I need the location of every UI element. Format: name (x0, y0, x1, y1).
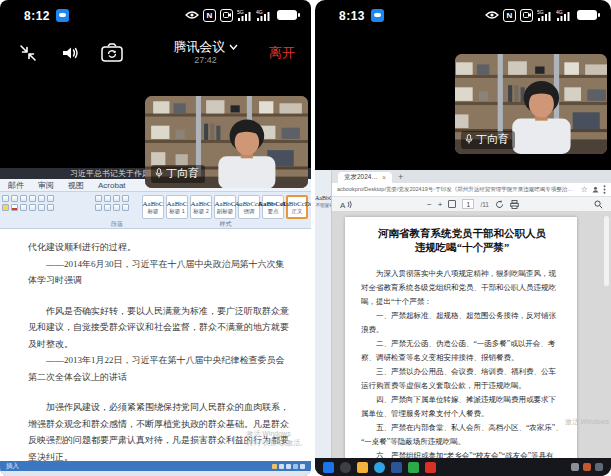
style-emphasis[interactable]: AaBbCcD强调 (238, 195, 260, 219)
pdf-paragraph: 五、严禁在内部食堂、私人会所、高档小区、“农家乐”、“一桌餐”等隐蔽场所违规吃喝… (361, 421, 563, 449)
signal-5g-icon: 5G (537, 9, 552, 22)
pdf-paragraph: 三、严禁以办公用品、会议费、培训费、福利费、公车运行购置费等虚假名义套取公款，用… (361, 365, 563, 393)
style-subtitle[interactable]: AaBbC副标题 (214, 195, 236, 219)
read-aloud-icon[interactable]: A (340, 200, 352, 209)
numbering-icon[interactable] (104, 195, 111, 202)
tab-review[interactable]: 审阅 (38, 180, 54, 191)
close-tab-icon[interactable]: × (382, 174, 386, 181)
pdf-page-controls: − + 1 /11 (352, 199, 594, 209)
svg-text:5G: 5G (237, 9, 244, 15)
left-status-bar: 8:12 N 5G 4G (0, 0, 311, 30)
browser-tab-active[interactable]: 党发2024… × (338, 172, 392, 183)
tab-mailings[interactable]: 邮件 (8, 180, 24, 191)
enclose-char-icon[interactable] (29, 204, 36, 211)
minimize-meeting-icon[interactable] (16, 41, 40, 65)
char-border-icon[interactable] (38, 195, 45, 202)
word-document-page[interactable]: 代化建设顺利进行的过程。 ——2014年6月30日，习近平在十八届中央政治局第十… (0, 229, 311, 461)
system-tray (571, 463, 603, 471)
style-heading2[interactable]: AaBbC标题 2 (190, 195, 212, 219)
battery-icon (277, 10, 297, 20)
shared-screen-word: 习近平总书记关于作风建设的重要论述 邮件 审阅 视图 Acrobat (0, 168, 311, 476)
shrink-font-icon[interactable] (11, 195, 18, 202)
bullets-icon[interactable] (95, 195, 102, 202)
view-zoom-controls[interactable] (272, 464, 305, 469)
style-heading[interactable]: AaBbC标题 (142, 195, 164, 219)
pdf-paragraph: 四、严禁向下属单位转嫁、摊派违规吃喝费用或要求下属单位、管理服务对象支付个人餐费… (361, 393, 563, 421)
menu-dots-icon[interactable] (603, 185, 606, 194)
taskbar-search-icon[interactable] (340, 462, 351, 473)
print-icon[interactable] (510, 200, 519, 209)
tray-icon[interactable] (583, 463, 591, 471)
zoom-out-button[interactable]: − (427, 200, 432, 209)
leave-meeting-button[interactable]: 离开 (269, 44, 295, 62)
word-app-icon[interactable] (391, 462, 402, 473)
screen-record-icon (520, 9, 533, 22)
address-url[interactable]: acbookpro/Desktop/党委/党发202419号-于印发《郑州升达经… (337, 186, 577, 193)
indent-icon[interactable] (113, 195, 120, 202)
pdf-toolbar: A − + 1 /11 (332, 197, 611, 212)
status-icons: N 5G 4G (485, 9, 597, 22)
switch-camera-icon[interactable] (100, 41, 124, 65)
superscript-icon[interactable] (38, 204, 45, 211)
speaker-icon[interactable] (58, 41, 82, 65)
mic-icon (155, 168, 163, 179)
meeting-title-block[interactable]: 腾讯会议 27:42 (142, 40, 269, 65)
zoom-in-button[interactable]: + (438, 200, 443, 209)
mic-icon (465, 134, 473, 145)
pdf-viewport[interactable]: 河南省教育系统党员干部和公职人员 违规吃喝“十个严禁” 为深入贯彻落实中央八项规… (332, 212, 611, 458)
doc-paragraph (28, 289, 293, 303)
style-normal-selected[interactable]: AaBbCcDd正文 (286, 195, 308, 219)
align-left-icon[interactable] (95, 204, 102, 211)
pdf-paragraph: 为深入贯彻落实中央八项规定精神，狠刹吃喝歪风，现对全省教育系统各级党组织和党员、… (361, 267, 563, 309)
pdf-app-icon[interactable] (425, 462, 436, 473)
pdf-scrollbar[interactable] (604, 216, 609, 286)
phonetic-guide-icon[interactable] (29, 195, 36, 202)
start-button-icon[interactable] (323, 462, 334, 473)
browser-address-bar[interactable]: acbookpro/Desktop/党委/党发202419号-于印发《郑州升达经… (332, 183, 611, 197)
line-spacing-icon[interactable] (122, 204, 129, 211)
subscript-icon[interactable] (47, 204, 54, 211)
grow-font-icon[interactable] (2, 195, 9, 202)
pdf-document-page: 河南省教育系统党员干部和公职人员 违规吃喝“十个严禁” 为深入贯彻落实中央八项规… (345, 217, 577, 458)
meeting-toolbar: 腾讯会议 27:42 离开 (0, 30, 311, 76)
windows-taskbar (315, 458, 611, 476)
tray-icon[interactable] (595, 463, 603, 471)
new-tab-button[interactable]: + (398, 172, 403, 183)
highlight-color-icon[interactable] (2, 204, 9, 211)
left-phone-screenshot: 8:12 N 5G 4G (0, 0, 311, 476)
pdf-search-icon[interactable] (594, 200, 603, 209)
tab-acrobat[interactable]: Acrobat (98, 181, 126, 190)
pdf-paragraph: 二、严禁无公函、伪造公函、“一函多餐”或以开会、考察、调研检查等名义变相安排接待… (361, 337, 563, 365)
char-shading-icon[interactable] (20, 204, 27, 211)
shared-screen-browser: AaBbC 不明显强调 党发2024… × + acbookpro/Deskto… (315, 170, 611, 458)
page-number-input[interactable]: 1 (462, 199, 474, 209)
change-case-icon[interactable] (20, 195, 27, 202)
tray-icon[interactable] (571, 463, 579, 471)
fit-page-icon[interactable] (448, 200, 456, 208)
folder-icon[interactable] (357, 462, 368, 473)
align-center-icon[interactable] (104, 204, 111, 211)
rotate-icon[interactable] (495, 200, 504, 209)
nfc-icon: N (503, 9, 516, 22)
chat-notification-icon (371, 9, 384, 22)
svg-text:5G: 5G (537, 9, 544, 15)
tab-view[interactable]: 视图 (68, 180, 84, 191)
clear-format-icon[interactable] (47, 195, 54, 202)
eye-comfort-icon (185, 10, 199, 20)
edge-browser-icon[interactable] (374, 462, 385, 473)
align-right-icon[interactable] (113, 204, 120, 211)
word-status-bar: 插入 (0, 461, 311, 471)
style-heading1[interactable]: AaBbC标题 1 (166, 195, 188, 219)
participant-video-thumbnail[interactable]: 丁向育 (145, 96, 308, 188)
wechat-app-icon[interactable] (408, 462, 419, 473)
signal-5g-icon: 5G (237, 9, 252, 22)
profile-icon[interactable] (592, 186, 599, 193)
pdf-paragraph: 一、严禁超标准、超规格、超范围公务接待，反对铺张浪费。 (361, 309, 563, 337)
sort-icon[interactable] (122, 195, 129, 202)
participant-video-thumbnail[interactable]: 丁向育 (455, 54, 607, 154)
activate-windows-watermark: 激活 Windows (565, 417, 609, 427)
doc-paragraph: 代化建设顺利进行的过程。 (28, 239, 293, 256)
font-color-icon[interactable] (11, 204, 18, 211)
participant-name-tag: 丁向育 (151, 165, 205, 183)
bookmark-star-icon[interactable]: ☆ (581, 186, 588, 194)
